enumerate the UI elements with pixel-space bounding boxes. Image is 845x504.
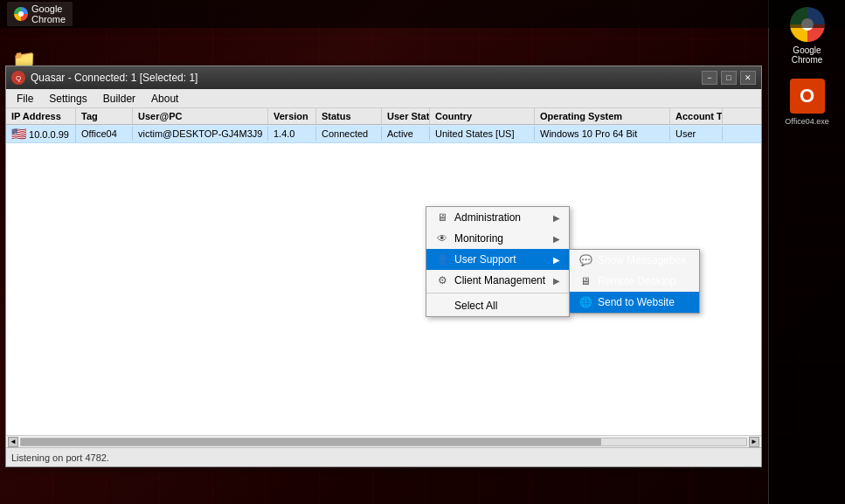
scroll-left-arrow[interactable]: ◄: [8, 437, 18, 447]
scroll-track[interactable]: [20, 438, 747, 446]
close-button[interactable]: ✕: [740, 71, 756, 85]
ctx-administration-label: Administration: [454, 211, 548, 224]
window-icon: Q: [11, 71, 25, 85]
title-bar-left: Q Quasar - Connected: 1 [Selected: 1]: [11, 71, 197, 85]
right-panel: GoogleChrome O Office04.exe: [768, 0, 845, 504]
gear-icon: ⚙: [435, 273, 449, 287]
ctx-select-all[interactable]: Select All: [426, 295, 569, 316]
status-text: Listening on port 4782.: [11, 452, 109, 463]
th-account: Account Type: [670, 108, 723, 124]
select-all-icon: [435, 299, 449, 313]
right-panel-office[interactable]: O Office04.exe: [785, 79, 828, 126]
right-chrome-label: GoogleChrome: [792, 45, 823, 65]
globe-icon: 🌐: [578, 295, 592, 309]
td-user: victim@DESKTOP-GJ4M3J9: [133, 127, 268, 141]
td-user-status: Active: [382, 127, 430, 141]
ctx-monitoring[interactable]: 👁 Monitoring ▶: [426, 228, 569, 249]
ctx-separator: [426, 293, 569, 293]
scroll-thumb: [21, 438, 601, 445]
ctx-user-support-label: User Support: [454, 253, 548, 266]
ctx-administration-arrow: ▶: [553, 213, 560, 223]
sub-show-messagebox-label: Show Messagebox: [598, 254, 686, 266]
horizontal-scrollbar[interactable]: ◄ ►: [6, 435, 761, 447]
th-tag: Tag: [76, 108, 133, 124]
menu-builder[interactable]: Builder: [96, 91, 142, 107]
sub-remote-desktop[interactable]: 🖥 Remote Desktop: [570, 271, 699, 292]
th-user-status: User Status: [382, 108, 430, 124]
flag-icon: 🇺🇸: [11, 127, 26, 141]
msg-icon: 💬: [578, 253, 592, 267]
th-user: User@PC: [133, 108, 268, 124]
status-bar: Listening on port 4782.: [6, 447, 761, 466]
title-controls: − □ ✕: [702, 71, 756, 85]
table-header: IP Address Tag User@PC Version Status Us…: [6, 108, 761, 125]
ctx-user-support[interactable]: 👤 User Support ▶ 💬 Show Messagebox 🖥 Rem…: [426, 249, 569, 270]
td-ip-value: 10.0.0.99: [29, 129, 69, 140]
maximize-button[interactable]: □: [721, 71, 737, 85]
scroll-right-arrow[interactable]: ►: [749, 437, 759, 447]
monitor-icon: 🖥: [435, 211, 449, 224]
office-icon: O: [790, 79, 825, 114]
ctx-monitoring-label: Monitoring: [454, 232, 548, 245]
ctx-user-support-arrow: ▶: [553, 255, 560, 265]
title-bar: Q Quasar - Connected: 1 [Selected: 1] − …: [6, 66, 761, 89]
taskbar-chrome[interactable]: Google Chrome: [7, 2, 73, 26]
menu-bar: File Settings Builder About: [6, 89, 761, 108]
sub-show-messagebox[interactable]: 💬 Show Messagebox: [570, 250, 699, 271]
td-status: Connected: [316, 127, 382, 141]
chrome-icon: [14, 7, 28, 21]
eye-icon: 👁: [435, 231, 449, 245]
menu-file[interactable]: File: [10, 91, 40, 107]
th-status: Status: [316, 108, 382, 124]
taskbar: Google Chrome: [0, 0, 845, 28]
main-window: Q Quasar - Connected: 1 [Selected: 1] − …: [5, 66, 762, 467]
ctx-monitoring-arrow: ▶: [553, 234, 560, 244]
sub-remote-desktop-label: Remote Desktop: [598, 275, 675, 287]
th-ip: IP Address: [6, 108, 76, 124]
menu-settings[interactable]: Settings: [42, 91, 94, 107]
desktop-icon: 🖥: [578, 274, 592, 288]
person-icon: 👤: [435, 252, 449, 266]
submenu-user-support: 💬 Show Messagebox 🖥 Remote Desktop 🌐 Sen…: [569, 249, 700, 314]
td-os: Windows 10 Pro 64 Bit: [535, 127, 670, 141]
td-account: User: [670, 127, 723, 141]
td-ip: 🇺🇸 10.0.0.99: [6, 125, 76, 142]
th-country: Country: [430, 108, 535, 124]
td-version: 1.4.0: [268, 127, 316, 141]
ctx-administration[interactable]: 🖥 Administration ▶: [426, 207, 569, 228]
ctx-client-mgmt-label: Client Management: [454, 274, 548, 287]
ctx-client-mgmt-arrow: ▶: [553, 276, 560, 286]
desktop: Google Chrome 📁 GoogleChrome O Office04.…: [0, 0, 845, 504]
th-os: Operating System: [535, 108, 670, 124]
menu-about[interactable]: About: [144, 91, 185, 107]
ctx-client-management[interactable]: ⚙ Client Management ▶: [426, 270, 569, 291]
window-title: Quasar - Connected: 1 [Selected: 1]: [31, 72, 197, 84]
sub-send-to-website-label: Send to Website: [598, 296, 675, 308]
minimize-button[interactable]: −: [702, 71, 717, 85]
context-menu: 🖥 Administration ▶ 👁 Monitoring ▶ 👤 User…: [426, 206, 570, 317]
td-country: United States [US]: [430, 127, 535, 141]
office-label: Office04.exe: [785, 117, 828, 126]
table-row[interactable]: 🇺🇸 10.0.0.99 Office04 victim@DESKTOP-GJ4…: [6, 125, 761, 143]
th-version: Version: [268, 108, 316, 124]
taskbar-chrome-label: Google Chrome: [31, 3, 66, 24]
ctx-select-all-label: Select All: [454, 300, 560, 312]
td-tag: Office04: [76, 127, 133, 141]
sub-send-to-website[interactable]: 🌐 Send to Website: [570, 292, 699, 313]
